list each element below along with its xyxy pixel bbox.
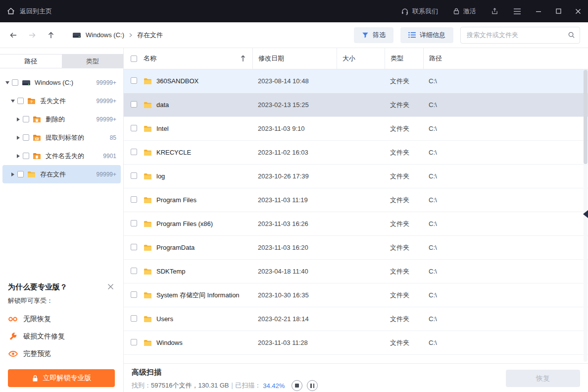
tree-item-filename-lost[interactable]: 文件名丢失的9901 — [2, 147, 121, 165]
unlock-pro-button[interactable]: 立即解锁专业版 — [8, 369, 115, 387]
expand-arrow-icon[interactable] — [10, 172, 15, 176]
row-checkbox[interactable] — [131, 77, 137, 84]
forward-button[interactable] — [23, 26, 42, 44]
file-table: 名称 修改日期 大小 类型 路径 360SANDBOX2023-08-14 10… — [124, 48, 588, 363]
activate-button[interactable]: 激活 — [445, 0, 484, 22]
filter-button[interactable]: 筛选 — [354, 27, 393, 43]
tree-item-label: 存在文件 — [40, 170, 66, 179]
preview-icon — [8, 350, 18, 357]
select-all-checkbox[interactable] — [131, 56, 137, 62]
search-input[interactable] — [460, 27, 580, 44]
breadcrumb-current[interactable]: 存在文件 — [137, 31, 163, 40]
table-row[interactable]: Program Files2023-11-03 11:19文件夹C:\ — [124, 188, 588, 212]
column-header-type[interactable]: 类型 — [385, 48, 423, 69]
row-checkbox[interactable] — [131, 220, 137, 226]
recover-button[interactable]: 恢复 — [506, 370, 580, 387]
tree-item-windows-c[interactable]: Windows (C:)99999+ — [2, 73, 121, 92]
row-checkbox[interactable] — [131, 339, 137, 345]
details-button[interactable]: 详细信息 — [400, 27, 453, 43]
nav-buttons — [0, 26, 60, 44]
row-checkbox[interactable] — [131, 125, 137, 131]
table-row[interactable]: SDKTemp2023-04-18 11:40文件夹C:\ — [124, 260, 588, 283]
found-value: 597516个文件，130.31 GB — [151, 381, 229, 390]
table-row[interactable]: 360SANDBOX2023-08-14 10:48文件夹C:\ — [124, 69, 588, 93]
column-label-size: 大小 — [343, 54, 355, 63]
cell-date: 2023-02-13 15:25 — [252, 101, 337, 109]
up-button[interactable] — [42, 26, 60, 44]
table-row[interactable]: data2023-02-13 15:25文件夹C:\ — [124, 93, 588, 117]
tree-checkbox[interactable] — [23, 153, 29, 159]
row-checkbox[interactable] — [131, 196, 137, 203]
share-button[interactable] — [484, 0, 506, 22]
cell-type: 文件夹 — [385, 267, 423, 276]
expand-arrow-icon[interactable] — [15, 136, 21, 140]
close-button[interactable] — [568, 0, 588, 22]
tree-checkbox[interactable] — [23, 116, 29, 122]
table-row[interactable]: log2023-10-26 17:39文件夹C:\ — [124, 165, 588, 188]
folder-icon — [144, 339, 152, 346]
table-row[interactable]: System 存储空间 Information2023-10-30 16:35文… — [124, 283, 588, 307]
row-checkbox[interactable] — [131, 315, 137, 322]
row-checkbox[interactable] — [131, 149, 137, 155]
table-row[interactable]: KRECYCLE2023-11-02 16:03文件夹C:\ — [124, 141, 588, 165]
scrollbar-thumb[interactable] — [584, 70, 588, 164]
table-row[interactable]: Users2023-02-21 18:14文件夹C:\ — [124, 307, 588, 331]
cell-date: 2023-11-03 11:19 — [252, 196, 337, 204]
search-icon[interactable] — [568, 31, 575, 41]
sidebar-tab-path[interactable]: 路径 — [0, 55, 62, 68]
table-body: 360SANDBOX2023-08-14 10:48文件夹C:\data2023… — [124, 69, 588, 355]
table-row[interactable]: Intel2023-11-03 9:10文件夹C:\ — [124, 117, 588, 141]
tree-item-lost-files[interactable]: ?丢失文件99999+ — [2, 92, 121, 110]
sidebar: 路径类型 Windows (C:)99999+?丢失文件99999+删除的999… — [0, 48, 124, 392]
cell-type: 文件夹 — [385, 243, 423, 252]
tree-checkbox[interactable] — [23, 134, 29, 141]
svg-text:?: ? — [30, 100, 33, 104]
breadcrumb-drive[interactable]: Windows (C:) — [86, 31, 124, 39]
cell-type: 文件夹 — [385, 77, 423, 86]
stop-scan-button[interactable] — [292, 380, 302, 391]
tree-checkbox[interactable] — [17, 98, 24, 104]
home-icon — [7, 7, 15, 15]
tree-checkbox[interactable] — [12, 79, 18, 86]
back-to-home-label: 返回到主页 — [20, 7, 52, 16]
minimize-button[interactable] — [529, 0, 548, 22]
tree-item-existing-files[interactable]: 存在文件99999+ — [2, 165, 121, 183]
table-row[interactable]: ProgramData2023-11-03 16:20文件夹C:\ — [124, 236, 588, 260]
row-checkbox[interactable] — [131, 291, 137, 298]
column-header-path[interactable]: 路径 — [423, 48, 588, 69]
sort-ascending-icon[interactable] — [241, 55, 245, 62]
filter-label: 筛选 — [373, 31, 386, 40]
back-to-home-button[interactable]: 返回到主页 — [0, 7, 52, 16]
cell-date: 2023-11-03 9:10 — [252, 125, 337, 132]
row-checkbox[interactable] — [131, 172, 137, 179]
file-name: ProgramData — [156, 244, 195, 251]
maximize-button[interactable] — [548, 0, 568, 22]
table-row[interactable]: Windows2023-11-03 11:28文件夹C:\ — [124, 331, 588, 355]
collapse-panel-arrow[interactable] — [583, 210, 588, 218]
folder-icon — [27, 170, 37, 178]
contact-us-button[interactable]: 联系我们 — [393, 0, 445, 22]
pause-scan-button[interactable] — [307, 380, 318, 391]
tree-item-tagged[interactable]: 提取到标签的85 — [2, 128, 121, 147]
sidebar-tab-type[interactable]: 类型 — [62, 55, 124, 68]
collapse-arrow-icon[interactable] — [10, 100, 15, 103]
expand-arrow-icon[interactable] — [15, 154, 21, 158]
tree-item-deleted[interactable]: 删除的99999+ — [2, 110, 121, 128]
row-checkbox[interactable] — [131, 268, 137, 274]
tree-item-label: 文件名丢失的 — [46, 152, 84, 161]
column-header-name[interactable]: 名称 — [144, 48, 252, 69]
row-checkbox[interactable] — [131, 244, 137, 250]
table-row[interactable]: Program Files (x86)2023-11-03 16:26文件夹C:… — [124, 212, 588, 236]
menu-button[interactable] — [506, 0, 529, 22]
row-checkbox[interactable] — [131, 101, 137, 108]
cell-path: C:\ — [423, 268, 588, 275]
column-header-size[interactable]: 大小 — [337, 48, 385, 69]
table-header: 名称 修改日期 大小 类型 路径 — [124, 48, 588, 69]
back-button[interactable] — [4, 26, 23, 44]
column-header-date[interactable]: 修改日期 — [252, 48, 337, 69]
close-icon — [575, 8, 581, 14]
collapse-arrow-icon[interactable] — [4, 81, 10, 84]
promo-close-icon[interactable] — [106, 282, 115, 291]
expand-arrow-icon[interactable] — [15, 117, 21, 121]
tree-checkbox[interactable] — [17, 171, 24, 177]
